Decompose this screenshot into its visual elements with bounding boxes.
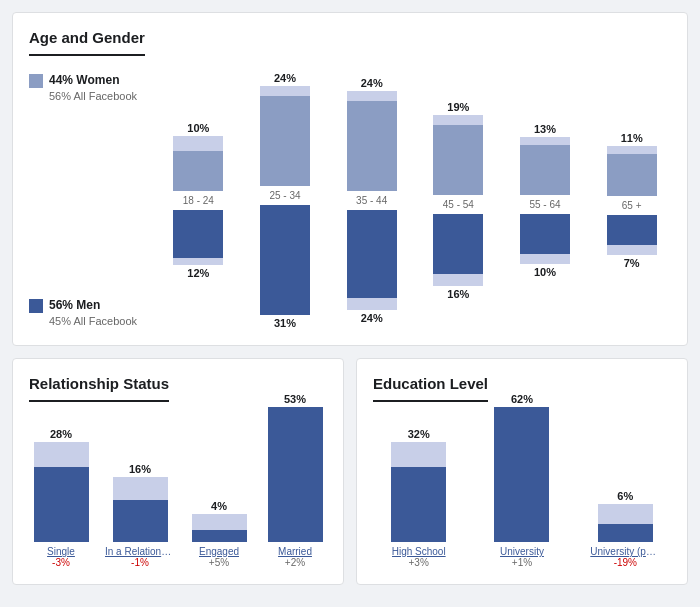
men-bar-fg-2 xyxy=(347,210,397,298)
bar-diff-2: +5% xyxy=(209,557,229,568)
age-label-3: 45 - 54 xyxy=(443,199,474,210)
bar-group-1: 62%University+1% xyxy=(476,393,567,568)
age-bars-section: 10%18 - 2412%24%25 - 3431%24%35 - 4424%1… xyxy=(159,72,671,329)
bar-group-3: 53%Married+2% xyxy=(263,393,327,568)
bar-fg-0 xyxy=(391,467,446,542)
women-bar-bg-2 xyxy=(347,91,397,191)
men-bar-bg-4 xyxy=(520,214,570,264)
bar-pct-0: 28% xyxy=(50,428,72,440)
men-bar-fg-0 xyxy=(173,210,223,258)
women-pct-label-1: 24% xyxy=(274,72,296,84)
bar-name-1[interactable]: University xyxy=(500,546,544,557)
bar-group-2: 6%University (postgraduate)-19% xyxy=(580,490,671,568)
bar-fg-3 xyxy=(268,407,323,542)
women-bar-fg-2 xyxy=(347,101,397,191)
bar-bg-1 xyxy=(494,407,549,542)
age-gender-content: 44% Women 56% All Facebook 56% Men 45% A… xyxy=(29,72,671,329)
women-pct-label-0: 10% xyxy=(187,122,209,134)
bar-pct-1: 62% xyxy=(511,393,533,405)
men-bar-fg-3 xyxy=(433,214,483,274)
main-container: Age and Gender 44% Women 56% All Faceboo… xyxy=(0,0,700,597)
age-label-1: 25 - 34 xyxy=(269,190,300,201)
women-legend-text: 44% Women 56% All Facebook xyxy=(49,72,137,104)
age-group-2: 24%35 - 4424% xyxy=(332,77,411,324)
bar-group-0: 32%High School+3% xyxy=(373,428,464,568)
age-label-0: 18 - 24 xyxy=(183,195,214,206)
bar-fg-2 xyxy=(192,530,247,542)
age-group-5: 11%65 +7% xyxy=(592,132,671,269)
education-card: Education Level 32%High School+3%62%Univ… xyxy=(356,358,688,585)
women-bar-bg-4 xyxy=(520,137,570,195)
bar-name-2[interactable]: Engaged xyxy=(199,546,239,557)
bar-fg-0 xyxy=(34,467,89,542)
legend-women: 44% Women 56% All Facebook xyxy=(29,72,149,104)
women-bar-fg-5 xyxy=(607,154,657,196)
women-pct: 44% Women xyxy=(49,72,137,89)
education-bars: 32%High School+3%62%University+1%6%Unive… xyxy=(373,418,671,568)
men-bar-bg-2 xyxy=(347,210,397,310)
men-legend-text: 56% Men 45% All Facebook xyxy=(49,297,137,329)
men-bar-bg-5 xyxy=(607,215,657,255)
bar-bg-0 xyxy=(34,442,89,542)
men-pct-label-3: 16% xyxy=(447,288,469,300)
bar-name-0[interactable]: Single xyxy=(47,546,75,557)
men-pct-label-1: 31% xyxy=(274,317,296,329)
bar-bg-3 xyxy=(268,407,323,542)
women-bar-bg-1 xyxy=(260,86,310,186)
men-bar-bg-1 xyxy=(260,205,310,315)
women-pct-label-5: 11% xyxy=(621,132,643,144)
legend-section: 44% Women 56% All Facebook 56% Men 45% A… xyxy=(29,72,159,329)
age-group-1: 24%25 - 3431% xyxy=(246,72,325,329)
men-pct: 56% Men xyxy=(49,297,137,314)
bar-diff-0: +3% xyxy=(409,557,429,568)
bar-diff-2: -19% xyxy=(614,557,637,568)
men-bar-bg-0 xyxy=(173,210,223,265)
bottom-row: Relationship Status 28%Single-3%16%In a … xyxy=(12,358,688,585)
women-bar-bg-5 xyxy=(607,146,657,196)
age-group-3: 19%45 - 5416% xyxy=(419,101,498,300)
bar-bg-0 xyxy=(391,442,446,542)
bar-fg-1 xyxy=(113,500,168,542)
bar-bg-2 xyxy=(598,504,653,542)
men-color-box xyxy=(29,299,43,313)
women-pct-label-2: 24% xyxy=(361,77,383,89)
bar-pct-2: 6% xyxy=(617,490,633,502)
relationship-bars: 28%Single-3%16%In a Relationship-1%4%Eng… xyxy=(29,418,327,568)
bar-group-0: 28%Single-3% xyxy=(29,428,93,568)
legend-men: 56% Men 45% All Facebook xyxy=(29,297,149,329)
bar-pct-0: 32% xyxy=(408,428,430,440)
women-sub: 56% All Facebook xyxy=(49,89,137,104)
men-sub: 45% All Facebook xyxy=(49,314,137,329)
age-groups-container: 10%18 - 2412%24%25 - 3431%24%35 - 4424%1… xyxy=(159,72,671,329)
age-label-2: 35 - 44 xyxy=(356,195,387,206)
bar-fg-2 xyxy=(598,524,653,542)
bar-bg-2 xyxy=(192,514,247,542)
men-pct-label-2: 24% xyxy=(361,312,383,324)
bar-name-2[interactable]: University (postgraduate) xyxy=(590,546,660,557)
bar-pct-1: 16% xyxy=(129,463,151,475)
bar-name-3[interactable]: Married xyxy=(278,546,312,557)
men-pct-label-4: 10% xyxy=(534,266,556,278)
women-color-box xyxy=(29,74,43,88)
age-group-4: 13%55 - 6410% xyxy=(506,123,585,278)
women-bar-fg-4 xyxy=(520,145,570,195)
age-label-4: 55 - 64 xyxy=(529,199,560,210)
bar-diff-0: -3% xyxy=(52,557,70,568)
age-gender-card: Age and Gender 44% Women 56% All Faceboo… xyxy=(12,12,688,346)
women-bar-fg-1 xyxy=(260,96,310,186)
men-pct-label-5: 7% xyxy=(624,257,640,269)
men-bar-fg-4 xyxy=(520,214,570,254)
education-title: Education Level xyxy=(373,375,488,402)
men-bar-fg-5 xyxy=(607,215,657,245)
men-pct-label-0: 12% xyxy=(187,267,209,279)
bar-diff-1: +1% xyxy=(512,557,532,568)
women-bar-fg-3 xyxy=(433,125,483,195)
bar-group-2: 4%Engaged+5% xyxy=(187,500,251,568)
age-group-0: 10%18 - 2412% xyxy=(159,122,238,279)
women-bar-bg-3 xyxy=(433,115,483,195)
bar-name-0[interactable]: High School xyxy=(392,546,446,557)
women-pct-label-4: 13% xyxy=(534,123,556,135)
bar-fg-1 xyxy=(494,407,549,542)
bar-diff-1: -1% xyxy=(131,557,149,568)
bar-name-1[interactable]: In a Relationship xyxy=(105,546,175,557)
